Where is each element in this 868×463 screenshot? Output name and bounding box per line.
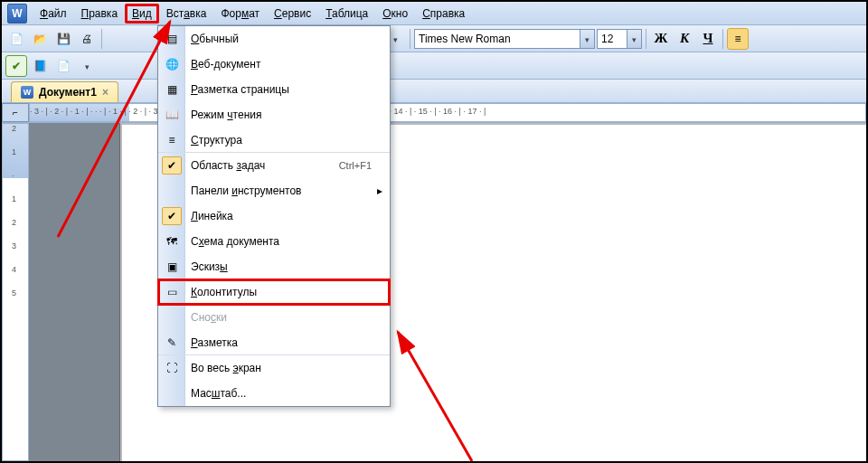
horizontal-ruler[interactable]: · 3 · | · 2 · | · 1 · | · · · | · 1 · | … (29, 103, 866, 122)
check-icon: ✔ (162, 207, 182, 225)
menu-bar: W ФайлПравкаВидВставкаФорматСервисТаблиц… (2, 2, 866, 25)
menu-item-label: Структура (191, 134, 390, 146)
underline-button[interactable]: Ч (697, 28, 719, 50)
new-doc-button[interactable]: 📄 (5, 28, 27, 50)
document-tab[interactable]: W Документ1 × (11, 81, 118, 102)
font-size-value: 12 (598, 33, 627, 45)
toolbar-button[interactable]: 📄 (52, 55, 74, 77)
menu-item-label: Обычный (191, 33, 390, 45)
view-menu-item[interactable]: ⛶Во весь экран (158, 355, 390, 381)
map-icon: 🗺 (162, 232, 182, 250)
menu-item-label: Колонтитулы (191, 286, 390, 298)
view-menu-item[interactable]: ▦Разметка страницы (158, 77, 390, 102)
chevron-down-icon[interactable] (580, 30, 594, 48)
separator (101, 29, 102, 49)
view-menu-item: Сноски (158, 305, 390, 330)
menu-item-label: Во весь экран (191, 362, 390, 374)
markup-icon: ✎ (162, 334, 182, 352)
close-icon[interactable]: × (102, 86, 108, 99)
chevron-down-icon[interactable] (627, 30, 641, 48)
italic-button[interactable]: К (674, 28, 695, 50)
reading-icon: 📖 (162, 106, 182, 124)
menu-файл[interactable]: Файл (33, 4, 74, 24)
blank-icon (162, 384, 182, 402)
standard-toolbar: 📄 📂 💾 🖨 ◧ Times New Roman 12 Ж К Ч ≡ (2, 25, 866, 52)
separator (722, 29, 723, 49)
view-menu-item[interactable]: ▤Обычный (158, 26, 390, 52)
open-button[interactable]: 📂 (29, 28, 51, 50)
word-icon: W (21, 86, 33, 99)
web-icon: 🌐 (162, 55, 182, 73)
document-tab-label: Документ1 (39, 86, 97, 99)
menu-справка[interactable]: Справка (415, 4, 472, 24)
app-icon: W (7, 4, 27, 24)
secondary-toolbar: ✔ 📘 📄 (2, 52, 866, 80)
menu-item-label: Линейка (191, 210, 390, 222)
menu-вид[interactable]: Вид (125, 4, 159, 24)
blank-icon (162, 308, 182, 326)
view-menu-item[interactable]: ✔Линейка (158, 203, 390, 229)
menu-item-label: Область задач (191, 159, 339, 172)
submenu-arrow-icon: ▸ (377, 184, 382, 197)
menu-item-label: Разметка страницы (191, 83, 390, 96)
view-menu-item[interactable]: ▣Эскизы (158, 254, 390, 279)
font-name-combo[interactable]: Times New Roman (414, 29, 595, 49)
bold-button[interactable]: Ж (650, 28, 672, 50)
view-menu-item[interactable]: ≡Структура (158, 128, 390, 153)
save-button[interactable]: 💾 (52, 28, 74, 50)
headerfooter-icon: ▭ (162, 283, 182, 301)
view-menu-item[interactable]: 🗺Схема документа (158, 229, 390, 254)
menu-item-shortcut: Ctrl+F1 (339, 160, 390, 171)
menu-item-label: Эскизы (191, 260, 390, 273)
view-menu-dropdown: ▤Обычный🌐Веб-документ▦Разметка страницы📖… (157, 25, 391, 407)
print-button[interactable]: 🖨 (76, 28, 98, 50)
check-icon: ✔ (162, 156, 182, 175)
document-tabs: W Документ1 × (2, 80, 866, 103)
menu-формат[interactable]: Формат (213, 4, 267, 24)
menu-item-label: Масштаб... (191, 387, 390, 400)
page-icon: ▤ (162, 30, 182, 48)
menu-item-label: Веб-документ (191, 58, 390, 71)
font-name-value: Times New Roman (415, 33, 580, 45)
menu-сервис[interactable]: Сервис (267, 4, 318, 24)
page-margin-area (29, 123, 119, 461)
align-button[interactable]: ≡ (727, 28, 749, 50)
view-menu-item[interactable]: Масштаб... (158, 381, 390, 406)
spellcheck-button[interactable]: ✔ (5, 55, 27, 77)
fullscreen-icon: ⛶ (162, 359, 182, 377)
menu-окно[interactable]: Окно (375, 4, 415, 24)
ruler-corner: ⌐ (2, 103, 29, 122)
layout-icon: ▦ (162, 80, 182, 99)
view-menu-item[interactable]: Панели инструментов▸ (158, 178, 390, 203)
separator (410, 29, 410, 49)
view-menu-item[interactable]: ▭Колонтитулы (158, 279, 390, 305)
menu-вставка[interactable]: Вставка (159, 4, 214, 24)
menu-таблица[interactable]: Таблица (318, 4, 375, 24)
menu-item-label: Режим чтения (191, 109, 390, 121)
toolbar-dropdown[interactable] (76, 55, 98, 77)
view-menu-item[interactable]: ✎Разметка (158, 330, 390, 355)
view-menu-item[interactable]: ✔Область задачCtrl+F1 (158, 153, 390, 178)
workspace: 21·12345 (2, 123, 866, 461)
ruler-row: ⌐ · 3 · | · 2 · | · 1 · | · · · | · 1 · … (2, 103, 866, 123)
view-menu-item[interactable]: 🌐Веб-документ (158, 52, 390, 77)
thumbs-icon: ▣ (162, 258, 182, 276)
menu-item-label: Панели инструментов (191, 184, 390, 197)
blank-icon (162, 182, 182, 200)
view-menu-item[interactable]: 📖Режим чтения (158, 102, 390, 128)
outline-icon: ≡ (162, 131, 182, 149)
menu-item-label: Разметка (191, 336, 390, 349)
menu-правка[interactable]: Правка (74, 4, 126, 24)
menu-item-label: Схема документа (191, 235, 390, 248)
separator (646, 29, 646, 49)
font-size-combo[interactable]: 12 (597, 29, 642, 49)
menu-item-label: Сноски (191, 311, 390, 324)
research-button[interactable]: 📘 (29, 55, 51, 77)
vertical-ruler[interactable]: 21·12345 (2, 123, 29, 461)
